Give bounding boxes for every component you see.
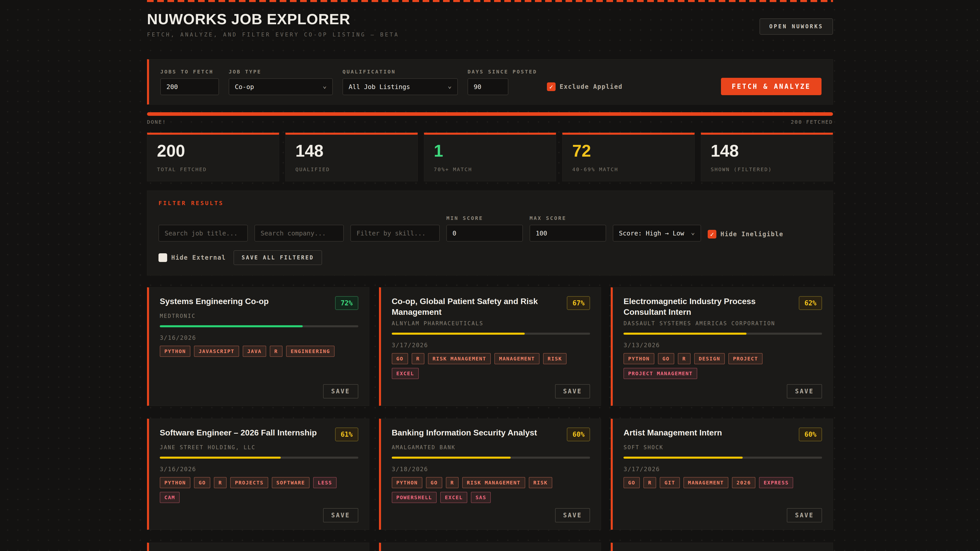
job-title: Systems Engineering Co-op: [160, 296, 269, 307]
save-all-filtered-button[interactable]: SAVE ALL FILTERED: [234, 250, 322, 265]
job-skill-tags: PYTHONJAVASCRIPTJAVARENGINEERING: [160, 346, 358, 357]
job-card-header: Banking Information Security Analyst 60%: [392, 427, 590, 441]
job-card: Systems Engineering Co-op 72% MEDTRONIC …: [147, 287, 369, 406]
job-cards-grid: Systems Engineering Co-op 72% MEDTRONIC …: [147, 287, 833, 551]
job-card-footer: SAVE: [392, 379, 590, 402]
match-score-bar-fill: [160, 325, 303, 327]
hide-ineligible-checkbox[interactable]: ✓: [708, 230, 716, 238]
job-type-label: JOB TYPE: [229, 68, 333, 75]
skill-tag: JAVA: [243, 346, 266, 357]
qualification-label: QUALIFICATION: [342, 68, 458, 75]
save-job-button[interactable]: SAVE: [555, 384, 590, 399]
skill-tag: GO: [426, 477, 442, 488]
hide-external-checkbox[interactable]: ✓: [159, 253, 167, 262]
stat-label: 70%+ MATCH: [434, 166, 546, 172]
fetched-count: 200 FETCHED: [791, 119, 833, 125]
fetch-analyze-button[interactable]: FETCH & ANALYZE: [721, 78, 821, 95]
chevron-down-icon: ⌄: [691, 229, 695, 235]
job-title: Electromagnetic Industry Process Consult…: [624, 296, 792, 318]
skill-tag: RISK: [529, 477, 552, 488]
exclude-applied-checkbox[interactable]: ✓: [547, 83, 555, 91]
filter-heading: FILTER RESULTS: [159, 200, 821, 206]
skill-tag: PYTHON: [160, 477, 190, 488]
min-score-label: MIN SCORE: [446, 215, 523, 221]
skill-tag: R: [214, 477, 227, 488]
job-card-header: Co-op, Global Patient Safety and Risk Ma…: [392, 296, 590, 318]
skill-tag: RISK MANAGEMENT: [428, 353, 491, 364]
stat-label: 40-69% MATCH: [572, 166, 684, 172]
max-score-input[interactable]: [530, 225, 606, 241]
search-company-input[interactable]: [255, 225, 344, 241]
stat-value: 1: [434, 142, 546, 159]
exclude-applied-label: Exclude Applied: [560, 83, 623, 90]
job-type-select[interactable]: Co-op ⌄: [229, 78, 333, 95]
skill-tag: PYTHON: [392, 477, 422, 488]
min-score-group: MIN SCORE: [446, 215, 523, 241]
open-nuworks-button[interactable]: OPEN NUWORKS: [759, 18, 833, 35]
skill-tag: R: [412, 353, 425, 364]
hide-ineligible-label: Hide Ineligible: [721, 230, 783, 238]
job-card-header: Artist Management Intern 60%: [624, 427, 822, 441]
job-skill-tags: GORGITMANAGEMENT2026EXPRESS: [624, 477, 822, 488]
save-job-button[interactable]: SAVE: [787, 508, 822, 522]
stat-value: 72: [572, 142, 684, 159]
save-job-button[interactable]: SAVE: [323, 384, 358, 399]
job-posted-date: 3/16/2026: [160, 466, 358, 472]
qualification-value: All Job Listings: [348, 83, 410, 91]
job-card-footer: SAVE: [160, 503, 358, 526]
match-score-bar: [160, 457, 358, 459]
skill-tag: EXCEL: [440, 492, 467, 503]
chevron-down-icon: ⌄: [448, 83, 452, 89]
match-score-badge: 72%: [335, 296, 358, 310]
job-card: Student Researcher, BS/MS, Winter/Summer…: [611, 543, 833, 551]
exclude-applied-checkline: ✓ Exclude Applied: [547, 78, 623, 95]
skill-tag: GO: [658, 353, 674, 364]
status-row: DONE! 200 FETCHED: [147, 119, 833, 125]
skill-tag: MANAGEMENT: [683, 477, 729, 488]
job-title: Software Engineer – 2026 Fall Internship: [160, 427, 317, 438]
save-job-button[interactable]: SAVE: [787, 384, 822, 399]
days-since-posted-input[interactable]: [468, 78, 508, 95]
job-company: MEDTRONIC: [160, 313, 358, 319]
job-posted-date: 3/18/2026: [392, 466, 590, 472]
job-card-footer: SAVE: [624, 503, 822, 526]
job-card: Banking Information Security Analyst 60%…: [379, 419, 601, 530]
job-skill-tags: PYTHONGORDESIGNPROJECTPROJECT MANAGEMENT: [624, 353, 822, 379]
search-job-title-input[interactable]: [159, 225, 248, 241]
skill-tag: GO: [392, 353, 408, 364]
chevron-down-icon: ⌄: [323, 83, 327, 89]
top-dashed-border: [147, 0, 833, 2]
filter-by-skill-input[interactable]: [350, 225, 440, 241]
match-score-bar: [624, 457, 822, 459]
skill-tag: R: [270, 346, 283, 357]
job-company: JANE STREET HOLDING, LLC: [160, 445, 358, 451]
qualification-select[interactable]: All Job Listings ⌄: [342, 78, 458, 95]
job-skill-tags: GORRISK MANAGEMENTMANAGEMENTRISKEXCEL: [392, 353, 590, 379]
job-posted-date: 3/17/2026: [392, 342, 590, 348]
match-score-bar: [392, 457, 590, 459]
skill-tag: EXCEL: [392, 368, 419, 379]
skill-tag: SOFTWARE: [272, 477, 310, 488]
header-titles: NUWORKS JOB EXPLORER FETCH, ANALYZE, AND…: [147, 12, 399, 38]
skill-tag: POWERSHELL: [392, 492, 437, 503]
skill-tag: SAS: [471, 492, 491, 503]
save-job-button[interactable]: SAVE: [555, 508, 590, 522]
save-job-button[interactable]: SAVE: [323, 508, 358, 522]
jobs-to-fetch-input[interactable]: [160, 78, 219, 95]
max-score-group: MAX SCORE: [530, 215, 606, 241]
hide-external-checkline: ✓ Hide External: [159, 253, 226, 262]
skill-tag: RISK MANAGEMENT: [462, 477, 525, 488]
match-score-badge: 62%: [799, 296, 822, 310]
skill-tag: DESIGN: [694, 353, 725, 364]
job-card-header: Systems Engineering Co-op 72%: [160, 296, 358, 310]
min-score-input[interactable]: [446, 225, 523, 241]
sort-select[interactable]: Score: High → Low ⌄: [613, 225, 701, 241]
job-card-footer: SAVE: [160, 379, 358, 402]
skill-tag: GIT: [660, 477, 679, 488]
job-skill-tags: PYTHONGORRISK MANAGEMENTRISKPOWERSHELLEX…: [392, 477, 590, 503]
stat-card: 1 70%+ MATCH: [424, 133, 556, 181]
job-card: Student Project Coordinator (Kakabeka Fa…: [379, 543, 601, 551]
job-card: Software Engineering Intern (Full Stack)…: [147, 543, 369, 551]
header: NUWORKS JOB EXPLORER FETCH, ANALYZE, AND…: [147, 12, 833, 38]
skill-tag: EXPRESS: [759, 477, 793, 488]
